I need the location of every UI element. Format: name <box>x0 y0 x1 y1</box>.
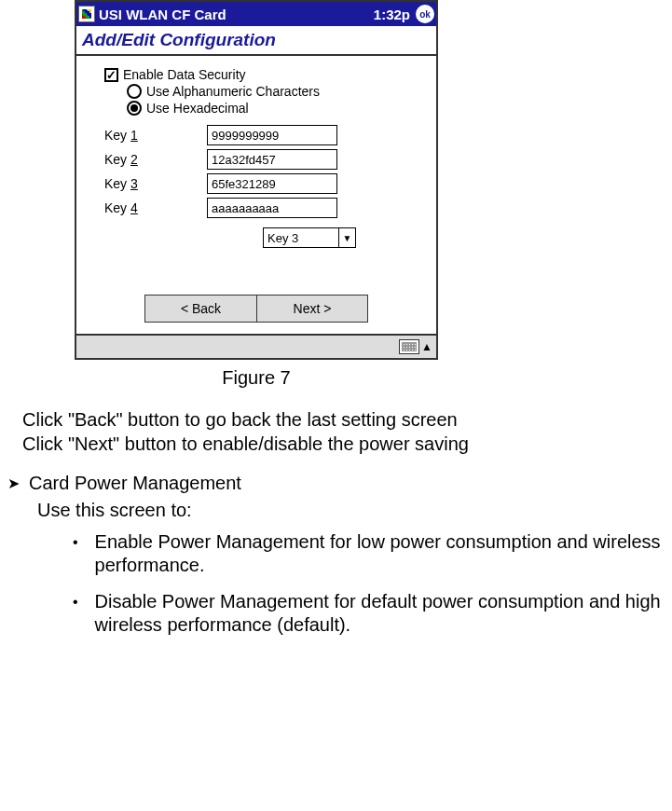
section-heading: ➤ Card Power Management <box>7 473 665 494</box>
hexadecimal-label: Use Hexadecimal <box>146 101 249 116</box>
list-item: Enable Power Management for low power co… <box>73 530 665 577</box>
key2-input[interactable] <box>207 149 337 170</box>
ok-button[interactable]: ok <box>416 5 434 23</box>
app-title: USI WLAN CF Card <box>99 7 374 22</box>
key-select-dropdown[interactable]: Key 3 <box>263 227 356 248</box>
clock-time: 1:32p <box>374 7 410 22</box>
section-intro: Use this screen to: <box>37 500 665 521</box>
titlebar: USI WLAN CF Card 1:32p ok <box>76 2 436 26</box>
figure-caption: Figure 7 <box>75 367 438 389</box>
keyboard-icon[interactable] <box>399 339 419 354</box>
key1-label: Key 1 <box>104 128 207 143</box>
config-content: Enable Data Security Use Alphanumeric Ch… <box>76 56 436 334</box>
chevron-down-icon <box>338 228 355 247</box>
key1-input[interactable] <box>207 125 337 145</box>
key-select-value: Key 3 <box>267 231 298 245</box>
windows-icon <box>78 6 95 22</box>
key4-input[interactable] <box>207 198 337 218</box>
list-item: Disable Power Management for default pow… <box>73 590 665 637</box>
key4-label: Key 4 <box>104 200 207 215</box>
alphanumeric-label: Use Alphanumeric Characters <box>146 84 320 99</box>
page-subtitle: Add/Edit Configuration <box>76 26 436 56</box>
section-title: Card Power Management <box>29 473 241 494</box>
enable-security-label: Enable Data Security <box>123 67 246 82</box>
alphanumeric-radio[interactable] <box>127 84 142 99</box>
instruction-block: Click "Back" button to go back the last … <box>22 407 665 456</box>
instruction-line-1: Click "Back" button to go back the last … <box>22 407 665 432</box>
bullets-list: Enable Power Management for low power co… <box>73 530 665 637</box>
bullet-triangle-icon: ➤ <box>7 474 20 492</box>
device-window: USI WLAN CF Card 1:32p ok Add/Edit Confi… <box>75 0 438 360</box>
instruction-line-2: Click "Next" button to enable/disable th… <box>22 432 665 456</box>
up-arrow-icon[interactable]: ▲ <box>421 340 432 353</box>
enable-security-checkbox[interactable] <box>104 68 118 82</box>
key3-label: Key 3 <box>104 176 207 191</box>
next-button[interactable]: Next > <box>256 295 368 323</box>
key2-label: Key 2 <box>104 152 207 167</box>
back-button[interactable]: < Back <box>144 295 256 323</box>
hexadecimal-radio[interactable] <box>127 101 142 116</box>
bottom-bar: ▲ <box>76 334 436 358</box>
key3-input[interactable] <box>207 173 337 194</box>
